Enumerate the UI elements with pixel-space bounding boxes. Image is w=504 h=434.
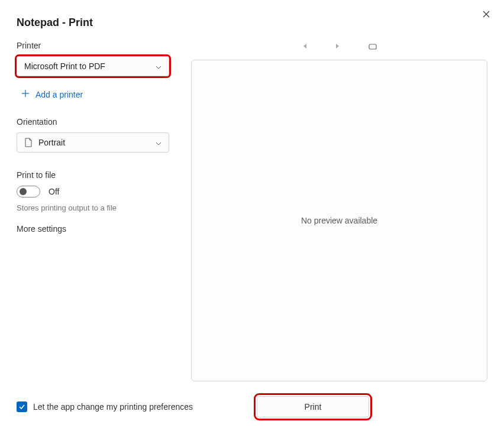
preview-prev-button[interactable] (302, 43, 307, 51)
orientation-dropdown[interactable]: Portrait (17, 132, 169, 153)
preview-controls (191, 41, 487, 53)
print-dialog: Notepad - Print Printer Microsoft Print … (0, 0, 504, 434)
dialog-title: Notepad - Print (17, 17, 487, 29)
print-to-file-hint: Stores printing output to a file (17, 203, 179, 212)
check-icon (18, 404, 25, 410)
dialog-footer: Let the app change my printing preferenc… (17, 381, 487, 434)
chevron-down-icon (156, 61, 161, 71)
add-printer-label: Add a printer (35, 90, 83, 99)
preview-fullscreen-button[interactable] (369, 41, 377, 52)
svg-rect-4 (369, 44, 376, 49)
print-to-file-section: Print to file Off Stores printing output… (17, 170, 179, 234)
triangle-left-icon (302, 43, 307, 49)
orientation-label: Orientation (17, 117, 179, 127)
close-icon (483, 11, 490, 18)
print-to-file-label: Print to file (17, 170, 179, 180)
main-area: Printer Microsoft Print to PDF Add a pri… (17, 41, 487, 381)
fullscreen-icon (369, 44, 377, 50)
preview-box: No preview available (191, 60, 487, 381)
triangle-right-icon (335, 43, 340, 49)
add-printer-link[interactable]: Add a printer (17, 89, 179, 99)
orientation-selected: Portrait (38, 138, 65, 147)
close-button[interactable] (480, 8, 492, 20)
toggle-knob (20, 188, 27, 195)
printer-label: Printer (17, 41, 179, 50)
printer-dropdown[interactable]: Microsoft Print to PDF (17, 56, 169, 76)
preview-next-button[interactable] (335, 43, 340, 51)
print-to-file-toggle[interactable] (17, 186, 40, 197)
preview-panel: No preview available (191, 41, 487, 381)
chevron-down-icon (156, 138, 161, 147)
preview-message: No preview available (301, 216, 377, 225)
orientation-section: Orientation Portrait (17, 117, 179, 153)
preferences-checkbox-row: Let the app change my printing preferenc… (17, 401, 193, 412)
toggle-state-label: Off (49, 187, 59, 196)
plus-icon (21, 89, 30, 99)
preferences-checkbox[interactable] (17, 401, 27, 412)
preferences-label: Let the app change my printing preferenc… (33, 402, 193, 412)
printer-selected: Microsoft Print to PDF (24, 61, 105, 71)
print-button[interactable]: Print (257, 396, 369, 417)
more-settings-link[interactable]: More settings (17, 224, 179, 234)
settings-panel: Printer Microsoft Print to PDF Add a pri… (17, 41, 179, 381)
document-icon (24, 138, 33, 147)
